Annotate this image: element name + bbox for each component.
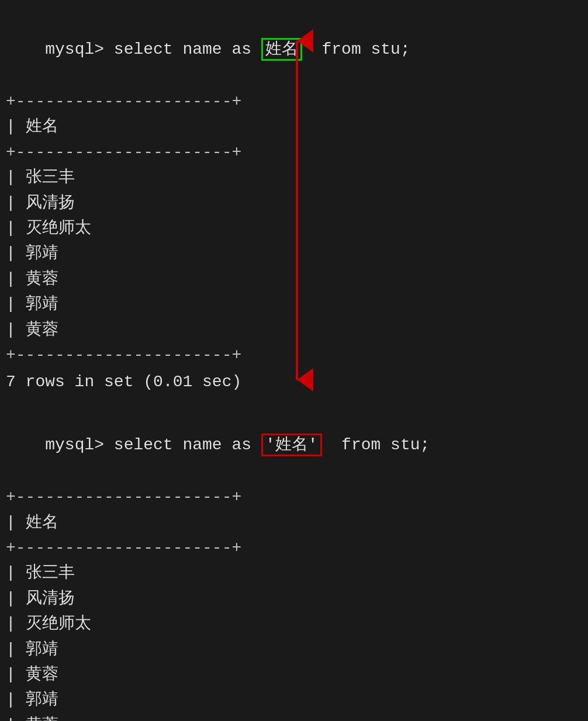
- table-row: | 张三丰: [6, 560, 582, 585]
- table-row: | 郭靖: [6, 637, 582, 662]
- table-row: | 郭靖: [6, 687, 582, 712]
- table-row: | 黄蓉: [6, 662, 582, 687]
- status1: 7 rows in set (0.01 sec): [0, 368, 588, 397]
- prompt-suffix-2: from stu;: [322, 436, 430, 454]
- alias-highlight-green: 姓名: [261, 38, 302, 61]
- block2: mysql> select name as '姓名' from stu; +--…: [0, 401, 588, 721]
- table-row: | 张三丰: [6, 165, 582, 190]
- table2: +----------------------+ | 姓名 +---------…: [0, 484, 588, 721]
- table-row: | 灭绝师太: [6, 216, 582, 241]
- table-row: | 郭靖: [6, 241, 582, 266]
- table2-sep-top: +----------------------+: [6, 484, 582, 509]
- table2-rows: | 张三丰| 风清扬| 灭绝师太| 郭靖| 黄蓉| 郭靖| 黄蓉: [6, 560, 582, 721]
- table1-sep-top: +----------------------+: [6, 89, 582, 114]
- table2-sep-mid: +----------------------+: [6, 535, 582, 560]
- table1: +----------------------+ | 姓名 +---------…: [0, 89, 588, 368]
- table1-rows: | 张三丰| 风清扬| 灭绝师太| 郭靖| 黄蓉| 郭靖| 黄蓉: [6, 165, 582, 342]
- prompt-text-1: mysql> select name as: [45, 40, 261, 58]
- table2-header: | 姓名: [6, 510, 582, 535]
- table-row: | 风清扬: [6, 586, 582, 611]
- table-row: | 风清扬: [6, 190, 582, 216]
- block1: mysql> select name as 姓名 from stu; +----…: [0, 6, 588, 401]
- prompt-suffix-1: from stu;: [302, 40, 410, 58]
- prompt-line-2: mysql> select name as '姓名' from stu;: [0, 406, 588, 484]
- alias-highlight-red: '姓名': [261, 434, 322, 456]
- table1-sep-bot: +----------------------+: [6, 342, 582, 368]
- prompt-text-2: mysql> select name as: [45, 436, 261, 454]
- table-row: | 黄蓉: [6, 317, 582, 342]
- table-row: | 黄蓉: [6, 713, 582, 721]
- table-row: | 灭绝师太: [6, 611, 582, 636]
- table1-sep-mid: +----------------------+: [6, 140, 582, 165]
- table-row: | 黄蓉: [6, 266, 582, 292]
- table-row: | 郭靖: [6, 292, 582, 317]
- prompt-line-1: mysql> select name as 姓名 from stu;: [0, 11, 588, 89]
- table1-header: | 姓名: [6, 114, 582, 139]
